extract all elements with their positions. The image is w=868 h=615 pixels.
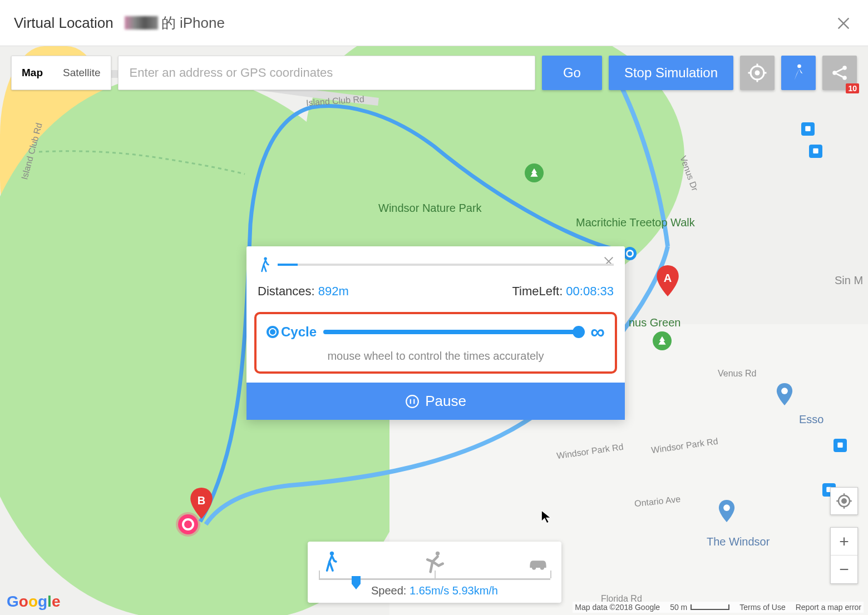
share-icon xyxy=(830,63,850,83)
svg-point-12 xyxy=(264,257,267,260)
header-bar: Virtual Location 的 iPhone xyxy=(0,0,868,46)
walking-icon xyxy=(258,255,272,274)
bus-stop-icon xyxy=(801,122,815,136)
speed-slider[interactable] xyxy=(319,578,550,580)
svg-point-15 xyxy=(436,552,440,556)
crosshair-icon xyxy=(747,63,767,83)
poi-label: The Windsor xyxy=(707,535,770,548)
walk-progress-fill xyxy=(278,264,298,266)
speed-panel: Speed: 1.65m/s 5.93km/h xyxy=(308,542,561,603)
bus-stop-icon xyxy=(834,439,847,452)
device-name-blurred xyxy=(125,16,158,29)
simulation-popup: Distances:892m TimeLeft:00:08:33 Cycle ∞… xyxy=(246,246,625,420)
infinity-icon: ∞ xyxy=(590,322,605,342)
timeleft-label: TimeLeft: xyxy=(512,284,563,298)
tree-poi-icon xyxy=(653,331,672,350)
scale-bar: 50 m xyxy=(670,603,729,612)
tree-poi-icon xyxy=(525,163,544,182)
speed-slider-thumb[interactable] xyxy=(351,576,362,592)
map-data-text: Map data ©2018 Google xyxy=(575,603,660,612)
device-name: 的 iPhone xyxy=(125,13,225,33)
svg-point-5 xyxy=(781,388,788,394)
cycle-radio-icon xyxy=(267,326,279,338)
road-label: Venus Rd xyxy=(718,369,756,379)
poi-pin-icon xyxy=(718,500,735,524)
route-marker-a[interactable]: A xyxy=(656,265,679,296)
history-button[interactable]: 10 xyxy=(822,56,857,90)
zoom-out-button[interactable]: − xyxy=(831,556,857,583)
locate-button[interactable] xyxy=(740,56,775,90)
popup-close-button[interactable] xyxy=(603,255,615,270)
svg-point-7 xyxy=(755,71,760,76)
gas-station-pin-icon xyxy=(776,383,793,408)
cycle-slider-thumb[interactable] xyxy=(573,326,585,338)
svg-rect-1 xyxy=(813,148,818,153)
mouse-cursor-icon xyxy=(540,509,554,526)
poi-label: Windsor Nature Park xyxy=(378,202,482,215)
poi-label: nus Green xyxy=(629,316,680,329)
close-button[interactable] xyxy=(836,16,851,33)
pause-button[interactable]: Pause xyxy=(246,383,625,420)
timeleft-value: 00:08:33 xyxy=(566,284,614,298)
walk-mode-button[interactable] xyxy=(781,56,816,90)
zoom-in-button[interactable]: + xyxy=(831,528,857,556)
progress-row xyxy=(258,255,614,274)
poi-label: Esso xyxy=(799,413,823,426)
svg-point-8 xyxy=(797,65,801,68)
history-badge: 10 xyxy=(846,83,859,93)
cycle-slider[interactable] xyxy=(323,330,584,334)
search-input[interactable] xyxy=(118,56,535,90)
walking-icon xyxy=(788,63,808,83)
svg-point-17 xyxy=(540,566,544,569)
poi-label: Macritchie Treetop Walk xyxy=(576,216,695,229)
map-type-toggle: Map Satellite xyxy=(11,56,111,90)
svg-point-19 xyxy=(842,499,846,503)
recenter-button[interactable] xyxy=(830,487,858,515)
stop-simulation-button[interactable]: Stop Simulation xyxy=(609,56,733,90)
svg-point-4 xyxy=(723,504,730,511)
app-title: Virtual Location xyxy=(14,14,114,32)
speed-ms: 1.65m/s xyxy=(410,584,449,597)
svg-rect-2 xyxy=(837,443,842,448)
toolbar: Map Satellite Go Stop Simulation 10 xyxy=(11,56,857,90)
satellite-tab[interactable]: Satellite xyxy=(53,56,111,90)
poi-label: Sin M xyxy=(835,274,863,287)
speed-walk-icon[interactable] xyxy=(319,549,343,576)
speed-label: Speed: xyxy=(371,584,406,597)
map-tab[interactable]: Map xyxy=(12,56,53,90)
walk-progress-track xyxy=(278,264,614,266)
info-row: Distances:892m TimeLeft:00:08:33 xyxy=(258,284,614,299)
cycle-label[interactable]: Cycle xyxy=(267,324,317,340)
cycle-hint: mouse wheel to control the times accurat… xyxy=(267,350,605,363)
speed-car-icon[interactable] xyxy=(526,549,550,576)
current-location-marker xyxy=(623,247,637,260)
report-error-link[interactable]: Report a map error xyxy=(796,603,861,612)
google-logo: Google xyxy=(7,593,60,611)
bus-stop-icon xyxy=(809,145,822,158)
distances-value: 892m xyxy=(318,284,349,298)
pause-icon xyxy=(405,394,420,409)
svg-rect-0 xyxy=(805,126,810,131)
close-icon xyxy=(836,16,851,31)
route-marker-b[interactable]: B xyxy=(190,488,213,519)
svg-point-16 xyxy=(532,566,536,569)
svg-point-13 xyxy=(406,395,418,408)
go-button[interactable]: Go xyxy=(542,56,602,90)
speed-kmh: 5.93km/h xyxy=(452,584,498,597)
cycle-control-box: Cycle ∞ mouse wheel to control the times… xyxy=(254,312,617,374)
map-attribution: Map data ©2018 Google 50 m Terms of Use … xyxy=(573,602,864,613)
zoom-control: + − xyxy=(830,527,858,584)
distances-label: Distances: xyxy=(258,284,315,298)
target-icon xyxy=(836,493,852,509)
terms-link[interactable]: Terms of Use xyxy=(739,603,785,612)
